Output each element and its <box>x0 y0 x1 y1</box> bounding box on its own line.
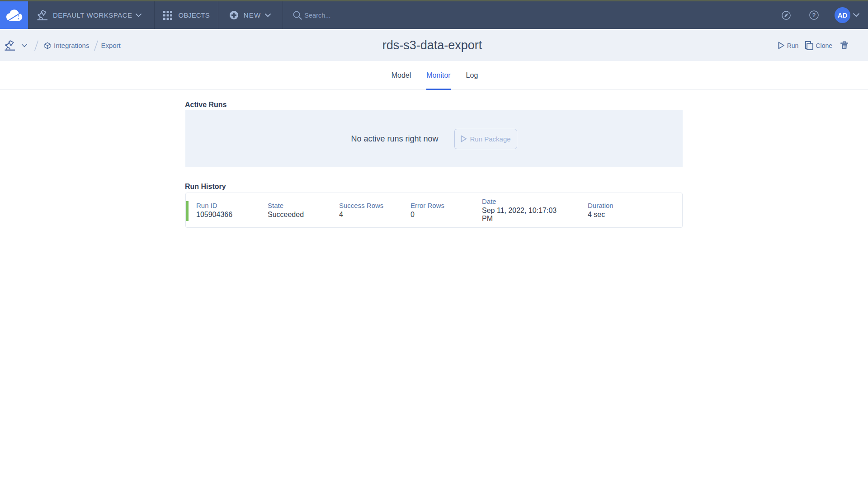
svg-text:?: ? <box>812 12 816 19</box>
